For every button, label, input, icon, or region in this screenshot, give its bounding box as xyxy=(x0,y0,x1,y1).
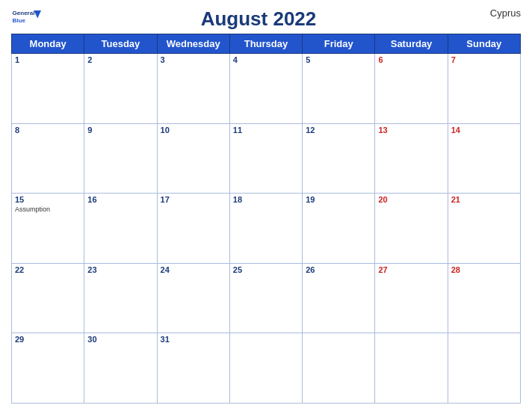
day-number: 29 xyxy=(15,335,81,344)
day-number: 8 xyxy=(15,126,81,135)
table-row: 14 xyxy=(448,123,520,194)
header-sunday: Sunday xyxy=(448,34,520,54)
table-row: 29 xyxy=(12,333,84,404)
day-number: 17 xyxy=(161,195,226,204)
table-row: 17 xyxy=(157,194,229,264)
table-row xyxy=(303,333,375,404)
table-row: 8 xyxy=(12,123,84,194)
table-row: 18 xyxy=(229,194,302,264)
table-row: 6 xyxy=(375,54,448,124)
weekday-header-row: Monday Tuesday Wednesday Thursday Friday… xyxy=(12,34,521,54)
day-number: 14 xyxy=(451,126,517,135)
table-row: 9 xyxy=(84,123,157,194)
calendar-week-row: 15Assumption161718192021 xyxy=(12,194,521,264)
table-row: 20 xyxy=(375,194,448,264)
holiday-label: Assumption xyxy=(15,206,81,213)
day-number: 12 xyxy=(306,126,371,135)
day-number: 28 xyxy=(451,265,517,274)
day-number: 20 xyxy=(378,195,444,204)
calendar-week-row: 293031 xyxy=(12,333,521,404)
calendar-week-row: 1234567 xyxy=(12,54,521,124)
table-row xyxy=(448,333,520,404)
generalblue-logo-icon: General Blue xyxy=(11,7,41,28)
svg-text:Blue: Blue xyxy=(13,17,26,24)
header-wednesday: Wednesday xyxy=(157,34,229,54)
calendar-week-row: 891011121314 xyxy=(12,123,521,194)
table-row: 13 xyxy=(375,123,448,194)
table-row: 12 xyxy=(303,123,375,194)
table-row: 27 xyxy=(375,263,448,333)
day-number: 6 xyxy=(378,55,444,64)
day-number: 27 xyxy=(378,265,444,274)
table-row: 26 xyxy=(303,263,375,333)
table-row: 31 xyxy=(157,333,229,404)
day-number: 26 xyxy=(306,265,371,274)
day-number: 24 xyxy=(161,265,226,274)
day-number: 31 xyxy=(161,335,226,344)
calendar-week-row: 22232425262728 xyxy=(12,263,521,333)
country-label: Cyprus xyxy=(476,7,521,19)
day-number: 2 xyxy=(87,55,153,64)
header-saturday: Saturday xyxy=(375,34,448,54)
day-number: 23 xyxy=(87,265,153,274)
table-row xyxy=(229,333,302,404)
logo: General Blue xyxy=(11,7,41,28)
header-friday: Friday xyxy=(303,34,375,54)
table-row xyxy=(375,333,448,404)
table-row: 24 xyxy=(157,263,229,333)
day-number: 10 xyxy=(161,126,226,135)
table-row: 30 xyxy=(84,333,157,404)
table-row: 5 xyxy=(303,54,375,124)
table-row: 4 xyxy=(229,54,302,124)
svg-text:General: General xyxy=(13,10,35,16)
table-row: 23 xyxy=(84,263,157,333)
day-number: 19 xyxy=(306,195,371,204)
calendar-table: Monday Tuesday Wednesday Thursday Friday… xyxy=(11,34,521,404)
table-row: 10 xyxy=(157,123,229,194)
day-number: 11 xyxy=(233,126,299,135)
day-number: 30 xyxy=(87,335,153,344)
day-number: 7 xyxy=(451,55,517,64)
day-number: 4 xyxy=(233,55,299,64)
day-number: 18 xyxy=(233,195,299,204)
header-monday: Monday xyxy=(12,34,84,54)
table-row: 2 xyxy=(84,54,157,124)
day-number: 13 xyxy=(378,126,444,135)
table-row: 11 xyxy=(229,123,302,194)
table-row: 15Assumption xyxy=(12,194,84,264)
header-thursday: Thursday xyxy=(229,34,302,54)
day-number: 21 xyxy=(451,195,517,204)
table-row: 21 xyxy=(448,194,520,264)
svg-marker-2 xyxy=(34,10,41,18)
header-tuesday: Tuesday xyxy=(84,34,157,54)
day-number: 16 xyxy=(87,195,153,204)
day-number: 25 xyxy=(233,265,299,274)
table-row: 25 xyxy=(229,263,302,333)
day-number: 9 xyxy=(87,126,153,135)
table-row: 1 xyxy=(12,54,84,124)
day-number: 3 xyxy=(161,55,226,64)
table-row: 28 xyxy=(448,263,520,333)
day-number: 5 xyxy=(306,55,371,64)
day-number: 1 xyxy=(15,55,81,64)
day-number: 15 xyxy=(15,195,81,204)
header: General Blue August 2022 Cyprus xyxy=(11,7,521,31)
calendar-title: August 2022 xyxy=(41,7,476,31)
table-row: 7 xyxy=(448,54,520,124)
table-row: 19 xyxy=(303,194,375,264)
table-row: 3 xyxy=(157,54,229,124)
table-row: 16 xyxy=(84,194,157,264)
table-row: 22 xyxy=(12,263,84,333)
day-number: 22 xyxy=(15,265,81,274)
